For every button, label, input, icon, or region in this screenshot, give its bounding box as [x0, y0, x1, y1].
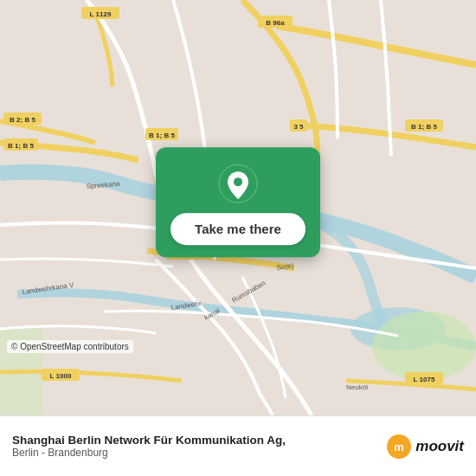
location-popup: Take me there: [156, 147, 320, 257]
svg-text:Neuköl: Neuköl: [346, 383, 368, 391]
svg-text:L 1075: L 1075: [414, 376, 435, 383]
svg-text:L 1129: L 1129: [90, 10, 112, 18]
moovit-icon: m: [386, 434, 412, 460]
moovit-text: moovit: [415, 438, 464, 455]
svg-text:m: m: [394, 441, 404, 453]
svg-point-2: [372, 312, 476, 381]
svg-text:B 1; B 5: B 1; B 5: [8, 142, 34, 150]
location-region: Berlin - Brandenburg: [12, 447, 286, 459]
location-name: Shanghai Berlin Network Für Kommunikatio…: [12, 434, 286, 447]
svg-text:L 1000: L 1000: [50, 372, 72, 380]
bottom-info-bar: Shanghai Berlin Network Für Kommunikatio…: [0, 415, 476, 476]
svg-text:3 5: 3 5: [293, 123, 304, 131]
svg-point-34: [234, 177, 242, 186]
svg-text:B 1; B 5: B 1; B 5: [411, 123, 437, 131]
location-pin-icon: [217, 163, 259, 204]
take-me-there-button[interactable]: Take me there: [170, 213, 306, 245]
svg-text:B 96a: B 96a: [266, 19, 285, 27]
osm-attribution: © OpenStreetMap contributors: [7, 340, 133, 353]
svg-text:B 2; B 5: B 2; B 5: [10, 116, 35, 124]
location-info: Shanghai Berlin Network Für Kommunikatio…: [12, 434, 286, 459]
svg-text:B 1; B 5: B 1; B 5: [149, 132, 175, 139]
moovit-logo: m moovit: [386, 434, 464, 460]
map-view[interactable]: L 1129 B 96a B 2; B 5 B 1; B 5 B 1; B 5 …: [0, 0, 476, 415]
